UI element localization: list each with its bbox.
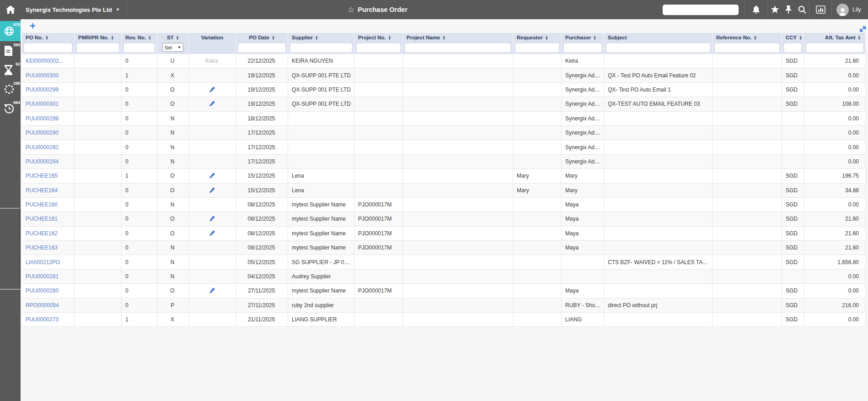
sort-icon[interactable]: ▲▼ xyxy=(272,35,274,40)
column-header-project_name[interactable]: Project Name▲▼ xyxy=(403,33,513,42)
star-icon[interactable] xyxy=(768,0,782,19)
filter-input-project_name[interactable] xyxy=(405,43,510,52)
sort-icon[interactable]: ▲▼ xyxy=(111,35,113,40)
sidebar-item-history[interactable]: 684 xyxy=(0,99,21,118)
sort-icon[interactable]: ▲▼ xyxy=(754,35,756,40)
sort-icon[interactable]: ▲▼ xyxy=(443,35,445,40)
po-number-link[interactable]: PUU0000299 xyxy=(26,87,59,93)
sidebar-scroll-strip[interactable] xyxy=(20,208,21,289)
filter-input-purchaser[interactable] xyxy=(564,43,601,52)
po-number-link[interactable]: RPO0000054 xyxy=(26,302,59,309)
filter-input-subject[interactable] xyxy=(606,43,710,52)
add-record-button[interactable]: + xyxy=(30,20,36,32)
edit-pencil-icon[interactable] xyxy=(209,230,215,237)
cell-reference_no xyxy=(713,126,782,140)
filter-input-requestor[interactable] xyxy=(515,43,559,52)
edit-pencil-icon[interactable] xyxy=(209,101,215,107)
edit-pencil-icon[interactable] xyxy=(209,287,215,294)
edit-pencil-icon[interactable] xyxy=(209,187,215,194)
edit-pencil-icon[interactable] xyxy=(209,173,215,179)
filter-input-reference_no[interactable] xyxy=(715,43,779,52)
po-number-link[interactable]: PUCHEE162 xyxy=(26,230,58,237)
sort-icon[interactable]: ▲▼ xyxy=(315,35,318,40)
po-number-link[interactable]: PUU0000301 xyxy=(26,101,59,107)
chart-icon[interactable] xyxy=(809,0,831,19)
sort-icon[interactable]: ▲▼ xyxy=(176,35,179,40)
filter-input-project_no[interactable] xyxy=(357,43,400,52)
cell-subject xyxy=(604,284,713,298)
cell-value: Synergix Admi... xyxy=(565,72,601,79)
po-number-link[interactable]: PUU0000281 xyxy=(26,273,59,280)
column-header-purchaser[interactable]: Purchaser▲▼ xyxy=(562,33,604,42)
po-number-link[interactable]: PUU0000290 xyxy=(26,130,59,136)
column-header-requestor[interactable]: Requestor▲▼ xyxy=(513,33,562,42)
cell-value: N xyxy=(171,130,175,136)
column-header-st[interactable]: ST▲▼ xyxy=(157,33,189,42)
po-number-link[interactable]: PUCHEE164 xyxy=(26,187,58,194)
po-number-link[interactable]: KEI00000002... xyxy=(26,58,64,64)
sidebar-item-in-progress[interactable]: 288 xyxy=(0,80,21,99)
sort-icon[interactable]: ▲▼ xyxy=(545,35,548,40)
badge-count: 390 xyxy=(13,43,20,47)
po-number-link[interactable]: PUCHEE165 xyxy=(26,173,58,179)
search-icon[interactable] xyxy=(795,0,809,19)
sort-icon[interactable]: ▲▼ xyxy=(799,35,802,40)
column-header-project_no[interactable]: Project No.▲▼ xyxy=(354,33,403,42)
expand-arrows-icon[interactable] xyxy=(859,26,866,34)
po-number-link[interactable]: PUU0000294 xyxy=(26,158,59,165)
edit-pencil-icon[interactable] xyxy=(209,216,215,222)
st-filter-select[interactable]: Sel▼ xyxy=(162,43,183,52)
filter-input-po_date[interactable] xyxy=(238,43,285,52)
po-number-link[interactable]: PUCHEE161 xyxy=(26,216,58,222)
cell-purchaser: Synergix Admi... xyxy=(562,97,604,111)
bell-icon[interactable] xyxy=(745,0,767,19)
cell-reference_no xyxy=(713,255,782,269)
sort-icon[interactable]: ▲▼ xyxy=(388,35,391,40)
cell-purchaser xyxy=(562,270,604,283)
favorite-star-icon[interactable]: ☆ xyxy=(348,5,354,15)
sort-icon[interactable]: ▲▼ xyxy=(45,35,48,40)
cell-value: 0.00 xyxy=(848,201,859,208)
edit-pencil-icon[interactable] xyxy=(209,87,215,93)
po-number-link[interactable]: PUCHEE160 xyxy=(26,201,58,208)
filter-input-rev_no[interactable] xyxy=(124,43,155,52)
column-header-ccy[interactable]: CCY▲▼ xyxy=(782,33,804,42)
company-selector[interactable]: Synergix Technologies Pte Ltd ▼ xyxy=(26,0,128,19)
column-header-po_no[interactable]: PO No.▲▼ xyxy=(22,33,75,42)
table-row: RPO00000540P27/11/2025ruby 2nd supplierR… xyxy=(22,298,866,313)
user-name[interactable]: Lily xyxy=(852,6,866,13)
sort-icon[interactable]: ▲▼ xyxy=(858,35,861,40)
column-header-rev_no[interactable]: Rev. No.▲▼ xyxy=(122,33,157,42)
filter-input-po_no[interactable] xyxy=(24,43,72,52)
cell-pmr_pr_no xyxy=(75,270,122,283)
column-header-pmr_pr_no[interactable]: PMR/PR No.▲▼ xyxy=(75,33,122,42)
cell-value: mytest Supplier Name xyxy=(292,287,346,294)
column-header-aft_tax_amt[interactable]: Aft. Tax Amt▲▼ xyxy=(804,33,866,42)
home-icon[interactable] xyxy=(0,0,21,19)
cell-pmr_pr_no xyxy=(75,284,122,298)
filter-input-ccy[interactable] xyxy=(784,43,801,52)
po-number-link[interactable]: PUU0000273 xyxy=(26,316,59,323)
po-number-link[interactable]: PUU0000292 xyxy=(26,144,59,151)
sort-icon[interactable]: ▲▼ xyxy=(593,35,596,40)
po-number-link[interactable]: PUU0000300 xyxy=(26,72,59,79)
po-number-link[interactable]: PUU0000280 xyxy=(26,287,59,294)
sort-icon[interactable]: ▲▼ xyxy=(148,35,151,40)
column-header-po_date[interactable]: PO Date▲▼ xyxy=(236,33,288,42)
sidebar-item-web[interactable]: 870 xyxy=(0,21,21,41)
sidebar-item-pending[interactable]: 52 xyxy=(0,60,21,80)
pin-icon[interactable] xyxy=(782,0,795,19)
global-search-input[interactable] xyxy=(663,5,739,15)
filter-input-aft_tax_amt[interactable] xyxy=(806,43,863,52)
avatar[interactable] xyxy=(836,4,849,16)
filter-input-supplier[interactable] xyxy=(290,43,352,52)
column-header-reference_no[interactable]: Reference No.▲▼ xyxy=(713,33,782,42)
filter-input-pmr_pr_no[interactable] xyxy=(77,43,119,52)
column-header-supplier[interactable]: Supplier▲▼ xyxy=(288,33,354,42)
sidebar-item-documents[interactable]: 390 xyxy=(0,41,21,60)
cell-value: 0 xyxy=(125,216,129,222)
po-number-link[interactable]: PUU0000298 xyxy=(26,115,59,122)
po-number-link[interactable]: LIA000212PO xyxy=(26,259,60,266)
cell-value: 0 xyxy=(125,201,129,208)
po-number-link[interactable]: PUCHEE163 xyxy=(26,244,58,251)
